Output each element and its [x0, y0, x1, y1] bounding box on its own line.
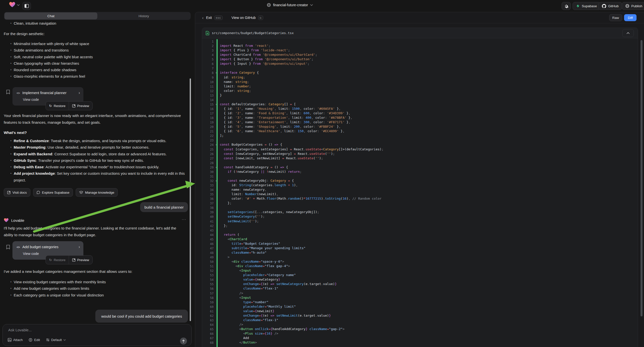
tab-chat[interactable]: Chat — [4, 12, 97, 20]
view-code-link[interactable]: View code — [12, 95, 84, 102]
code-line: const newCategoryObj: Category = { — [220, 178, 638, 183]
user-message-bubble: build a financial planner — [140, 202, 188, 212]
view-code-link[interactable]: View code — [12, 249, 84, 256]
bullet-dot-icon: • — [4, 157, 14, 164]
list-item: •Refine & Customize: Tweak the design, a… — [4, 138, 188, 144]
code-content: import React from 'react';import { Plus … — [220, 39, 638, 347]
code-line: setNewCategory(''); — [220, 214, 638, 219]
file-header[interactable]: src/components/budget/BudgetCategories.t… — [202, 28, 638, 38]
file-added-icon — [206, 31, 209, 35]
code-brackets-icon: <> — [16, 91, 20, 95]
send-button[interactable] — [180, 338, 187, 344]
message-menu-button[interactable]: ··· — [182, 217, 186, 221]
code-line-number: 56 — [202, 286, 214, 291]
version-actions-pill: ↻ Restore Preview — [46, 256, 92, 264]
code-line-number: 24∨ — [202, 142, 214, 147]
chat-history-tabs: Chat History — [4, 12, 191, 20]
manage-knowledge-button[interactable]: Manage knowledge — [76, 188, 118, 197]
supabase-button[interactable]: Supabase — [572, 2, 600, 10]
version-card-title: Add budget categories — [22, 245, 58, 249]
preview-button[interactable]: Preview — [69, 256, 92, 264]
code-line-number: 34 — [202, 188, 214, 192]
restore-button[interactable]: ↻ Restore — [46, 256, 69, 264]
code-line-number: 16 — [202, 106, 214, 111]
bullet-dot-icon: • — [4, 170, 14, 184]
code-scrollbar[interactable] — [640, 40, 642, 316]
list-item: •Master Prompting: Use clear, detailed, … — [4, 144, 188, 150]
bullet-dot-icon: • — [4, 164, 14, 170]
collapse-file-button[interactable] — [622, 29, 634, 37]
list-item: •Debug with Ease: Activate our experimen… — [4, 164, 188, 170]
code-line: import ChartCard from '@/components/ui/C… — [220, 52, 638, 57]
list-item: •GitHub Sync: Transfer your project's co… — [4, 157, 188, 164]
attach-button[interactable]: Attach — [8, 338, 23, 342]
preview-button[interactable]: Preview — [69, 102, 92, 110]
code-line: onChange={(e) => setNewCategory(e.target… — [220, 282, 638, 286]
fold-chevron-icon[interactable]: ∨ — [215, 165, 217, 170]
code-line: import { Button } from '@/components/ui/… — [220, 57, 638, 62]
code-line-number: 17 — [202, 111, 214, 116]
bullet-dot-icon: • — [4, 60, 14, 67]
model-selector[interactable]: Default — [46, 338, 66, 342]
diff-toggle-button[interactable]: Diff — [624, 14, 636, 21]
code-line-number: 39 — [202, 210, 214, 214]
code-line: limit: Number(newLimit), — [220, 192, 638, 196]
graduation-cap-icon — [79, 191, 83, 194]
exit-button[interactable]: Exit — [206, 16, 212, 20]
code-line: const handleAddCategory = () => { — [220, 165, 638, 170]
view-on-github-link[interactable]: View on GitHub — [232, 16, 256, 20]
bullet-text: Master Prompting: Use clear, detailed, a… — [14, 144, 149, 150]
edit-mode-button[interactable]: Edit — [29, 338, 40, 342]
bookmark-icon[interactable] — [6, 245, 10, 250]
code-line-number: 52 — [202, 268, 214, 273]
code-line: const [newLimit, setNewLimit] = React.us… — [220, 156, 638, 160]
project-switcher[interactable]: financial-future-creator — [267, 3, 313, 7]
fold-chevron-icon[interactable]: ∨ — [215, 102, 217, 107]
list-item: •Soft, neutral color palette with light … — [4, 54, 188, 60]
raw-toggle-button[interactable]: Raw — [609, 14, 622, 21]
assistant-header: Lovable — [4, 218, 24, 222]
bullet-dot-icon: • — [4, 151, 14, 157]
code-line: value={newLimit} — [220, 309, 638, 314]
code-line-number: 7 — [202, 66, 214, 70]
code-line: /> — [220, 291, 638, 296]
settings-button[interactable] — [562, 2, 571, 10]
code-line: <div className="space-y-6"> — [220, 260, 638, 264]
code-line-number: 55 — [202, 282, 214, 286]
code-line-number: 66 — [202, 331, 214, 336]
fold-chevron-icon[interactable]: ∨ — [215, 143, 217, 147]
code-line: { id: '2', name: 'Food & Dining', limit:… — [220, 111, 638, 116]
restore-button[interactable]: ↻ Restore — [46, 102, 69, 110]
code-line-number: 2 — [202, 44, 214, 48]
code-line: onChange={(e) => setNewLimit(e.target.va… — [220, 314, 638, 318]
github-button[interactable]: GitHub — [598, 2, 622, 10]
bullet-text: Each category gets a unique color for vi… — [14, 292, 104, 298]
project-name: financial-future-creator — [273, 3, 308, 7]
explore-supabase-button[interactable]: Explore Supabase — [33, 188, 73, 197]
chat-quick-actions: Visit docs Explore Supabase Manage knowl… — [4, 188, 118, 197]
code-line: className="h-auto" — [220, 250, 638, 255]
image-icon — [8, 338, 12, 342]
back-chevron-icon[interactable]: ‹ — [202, 16, 204, 20]
code-line — [220, 160, 638, 165]
code-line-number: 47 — [202, 246, 214, 250]
chat-bubble-icon — [36, 191, 40, 194]
fold-chevron-icon[interactable]: ∨ — [215, 71, 217, 75]
fold-chevron-icon[interactable]: ∨ — [215, 179, 217, 183]
bookmark-icon[interactable] — [6, 90, 10, 94]
code-line-number: 25 — [202, 147, 214, 152]
code-line: subtitle="Manage your spending limits" — [220, 246, 638, 250]
bullet-text: Subtle animations and transitions — [14, 47, 69, 54]
chat-input[interactable] — [8, 327, 158, 337]
code-line: > — [220, 255, 638, 260]
code-line: const defaultCategories: Category[] = [ — [220, 102, 638, 106]
tab-history[interactable]: History — [97, 12, 190, 20]
chat-scrollbar[interactable] — [190, 78, 191, 321]
chat-composer: Attach Edit Default — [2, 324, 192, 346]
code-line: name: string; — [220, 80, 638, 84]
code-viewer-header: ‹ Exit ESC View on GitHub G Raw Diff — [195, 12, 644, 24]
publish-button[interactable]: Publish — [622, 2, 644, 10]
github-kbd-badge: G — [258, 16, 263, 20]
visit-docs-button[interactable]: Visit docs — [4, 188, 30, 197]
code-line-number: 13 — [202, 93, 214, 98]
